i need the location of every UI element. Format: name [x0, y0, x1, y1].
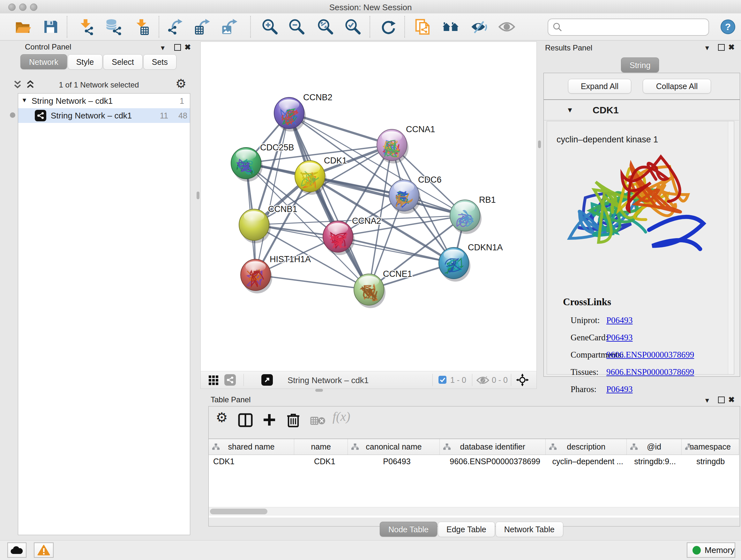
- duplicate-network-icon[interactable]: [414, 18, 431, 35]
- tab-network[interactable]: Network: [20, 54, 67, 69]
- table-cell[interactable]: CDK1: [298, 455, 351, 468]
- column-header-namespace[interactable]: namespace: [682, 439, 739, 455]
- table-cell[interactable]: stringdb:9...: [628, 455, 682, 468]
- tab-sets[interactable]: Sets: [143, 54, 177, 69]
- network-node-CCNE1[interactable]: CCNE1: [354, 269, 412, 308]
- export-image-icon[interactable]: [221, 18, 238, 35]
- selected-checkbox-icon[interactable]: [438, 375, 447, 384]
- import-table-file-icon[interactable]: [133, 18, 150, 35]
- collection-expand-triangle-icon[interactable]: ▼: [21, 97, 27, 104]
- collapse-all-button[interactable]: Collapse All: [643, 79, 711, 94]
- network-tree: ▼ String Network – cdk1 1 String Network…: [18, 93, 190, 535]
- import-network-database-icon[interactable]: [105, 18, 122, 35]
- crosslink-link[interactable]: P06493: [606, 333, 633, 343]
- table-options-gear-icon[interactable]: ⚙: [216, 410, 228, 425]
- tab-string[interactable]: String: [621, 57, 659, 72]
- warnings-button[interactable]: [34, 543, 54, 558]
- network-node-CCNB2[interactable]: CCNB2: [274, 92, 333, 132]
- control-panel-collapse-icon[interactable]: ▼: [159, 45, 166, 51]
- table-panel-float-icon[interactable]: [718, 396, 725, 403]
- results-scrollbar[interactable]: [728, 121, 733, 374]
- save-session-icon[interactable]: [42, 18, 59, 35]
- tab-node-table[interactable]: Node Table: [380, 522, 437, 537]
- table-panel-collapse-icon[interactable]: ▼: [704, 397, 711, 403]
- network-node-HIST1H1A[interactable]: HIST1H1A: [241, 254, 311, 294]
- table-panel-close-icon[interactable]: ✖: [728, 396, 735, 403]
- tab-select[interactable]: Select: [103, 54, 142, 69]
- gene-section-header[interactable]: ▼ CDK1: [544, 101, 739, 120]
- show-all-eye-icon[interactable]: [498, 18, 515, 35]
- scrollbar-thumb[interactable]: [210, 509, 267, 514]
- table-horizontal-scrollbar[interactable]: [209, 507, 739, 516]
- splitter-grip[interactable]: [315, 389, 323, 392]
- export-table-icon[interactable]: [194, 18, 211, 35]
- splitter-grip[interactable]: [538, 140, 541, 148]
- open-session-icon[interactable]: [14, 18, 31, 35]
- table-cell[interactable]: P06493: [351, 455, 443, 468]
- table-row[interactable]: CDK1CDK1P064939606.ENSP00000378699cyclin…: [209, 455, 739, 468]
- function-builder-icon[interactable]: f(x): [333, 409, 350, 424]
- network-share-icon[interactable]: [224, 374, 236, 386]
- fit-content-icon[interactable]: [317, 18, 334, 35]
- network-selection-summary: 1 of 1 Network selected: [42, 80, 156, 89]
- column-header-shared-name[interactable]: shared name: [209, 439, 294, 455]
- zoom-out-icon[interactable]: [288, 18, 305, 35]
- control-panel-float-icon[interactable]: [174, 44, 181, 51]
- network-node-CCNA1[interactable]: CCNA1: [377, 125, 435, 164]
- crosslink-link[interactable]: 9606.ENSP00000378699: [606, 367, 694, 377]
- crosslink-link[interactable]: P06493: [606, 315, 633, 325]
- add-column-plus-icon[interactable]: [262, 413, 276, 427]
- gene-section-collapse-triangle-icon[interactable]: ▼: [566, 106, 574, 114]
- network-node-CCNA2[interactable]: CCNA2: [323, 216, 381, 255]
- column-header-description[interactable]: description: [546, 439, 627, 455]
- network-row-selected[interactable]: String Network – cdk1 11 48: [18, 108, 190, 123]
- crosslink-link[interactable]: 9606.ENSP00000378699: [606, 350, 694, 360]
- tab-network-table[interactable]: Network Table: [495, 522, 563, 537]
- tab-edge-table[interactable]: Edge Table: [438, 522, 495, 537]
- crosslink-link[interactable]: P06493: [606, 384, 633, 394]
- zoom-selected-icon[interactable]: [345, 18, 361, 35]
- expand-all-button[interactable]: Expand All: [568, 79, 631, 94]
- cloud-status-button[interactable]: [7, 543, 26, 558]
- results-panel-close-icon[interactable]: ✖: [728, 44, 735, 51]
- network-canvas[interactable]: CCNB2CCNA1CDC25BCDK1CDC6RB1CCNB1CCNA2CDK…: [200, 42, 537, 372]
- expand-all-chevron-icon[interactable]: [25, 80, 36, 90]
- search-input[interactable]: [564, 20, 706, 33]
- import-network-file-icon[interactable]: [77, 18, 94, 35]
- network-node-RB1[interactable]: RB1: [450, 195, 496, 234]
- network-collection-row[interactable]: ▼ String Network – cdk1 1: [18, 94, 190, 108]
- hidden-eye-slash-icon[interactable]: [476, 376, 489, 385]
- column-header-canonical-name[interactable]: canonical name: [348, 439, 440, 455]
- string-home-icon[interactable]: [442, 18, 459, 35]
- help-button[interactable]: ?: [721, 19, 735, 34]
- network-edge-HIST1H1A-CCNE1[interactable]: [256, 275, 369, 290]
- show-columns-icon[interactable]: [238, 413, 253, 428]
- collapse-all-chevron-icon[interactable]: [12, 80, 23, 90]
- memory-button[interactable]: Memory: [687, 543, 735, 558]
- open-in-window-icon[interactable]: [261, 374, 273, 386]
- delete-table-icon[interactable]: [310, 416, 326, 426]
- hide-selected-eye-slash-icon[interactable]: [471, 18, 487, 35]
- toolbar-separator: [67, 16, 67, 38]
- table-cell[interactable]: cyclin–dependent ...: [548, 455, 628, 468]
- network-node-CCNB1[interactable]: CCNB1: [239, 204, 297, 243]
- table-cell[interactable]: CDK1: [209, 455, 298, 468]
- column-header--id[interactable]: @id: [627, 439, 681, 455]
- column-header-database-identifier[interactable]: database identifier: [440, 439, 546, 455]
- control-panel-close-icon[interactable]: ✖: [185, 44, 191, 51]
- results-panel-collapse-icon[interactable]: ▼: [704, 45, 711, 51]
- network-node-CDKN1A[interactable]: CDKN1A: [439, 243, 503, 282]
- splitter-grip[interactable]: [197, 192, 199, 199]
- results-panel-float-icon[interactable]: [718, 44, 725, 51]
- birds-eye-grid-icon[interactable]: [208, 375, 219, 385]
- column-header-name[interactable]: name: [294, 439, 348, 455]
- tab-style[interactable]: Style: [68, 54, 103, 69]
- zoom-in-icon[interactable]: [262, 18, 278, 35]
- table-cell[interactable]: stringdb: [682, 455, 739, 468]
- table-cell[interactable]: 9606.ENSP00000378699: [442, 455, 547, 468]
- delete-column-trash-icon[interactable]: [286, 413, 300, 428]
- center-view-crosshair-icon[interactable]: [516, 374, 529, 386]
- refresh-view-icon[interactable]: [380, 18, 396, 35]
- network-options-gear-icon[interactable]: ⚙: [176, 77, 186, 91]
- export-network-icon[interactable]: [166, 18, 183, 35]
